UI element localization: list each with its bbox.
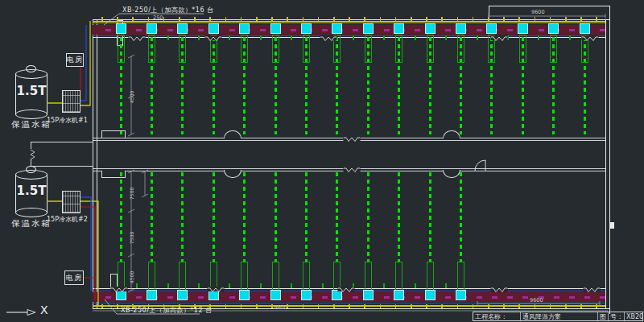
fan-coil-unit xyxy=(365,262,372,291)
fan-coil-unit xyxy=(395,35,402,63)
fan-coil-unit xyxy=(210,35,217,63)
air-outlet-box xyxy=(147,290,157,300)
air-outlet-box xyxy=(270,23,281,34)
fan-coil-unit xyxy=(427,35,434,63)
fan-coil-unit xyxy=(148,262,155,291)
air-outlet-box xyxy=(332,23,342,34)
titleblock-sheet-label: 图 xyxy=(597,312,608,320)
dim-bottom-center: 9600 xyxy=(274,304,287,311)
chiller2 xyxy=(62,191,80,213)
duct-dashed-line xyxy=(336,172,338,262)
fan-coil-unit xyxy=(550,35,557,63)
fan-coil-unit xyxy=(488,35,495,63)
air-outlet-box xyxy=(548,23,559,34)
air-outlet-box xyxy=(239,23,250,34)
project-label-colon: ： xyxy=(501,312,507,320)
chiller1 xyxy=(62,90,80,113)
fan-duct-columns xyxy=(0,0,644,322)
sheet-value-text: XB200.50 xyxy=(626,313,642,320)
fan-coil-unit xyxy=(179,262,186,291)
fan-coil-unit xyxy=(179,35,186,63)
power-room-2: 电房 xyxy=(64,270,84,285)
duct-dashed-line xyxy=(398,172,400,262)
tank2-bottom-ellipse xyxy=(15,208,47,217)
fan-coil-unit xyxy=(395,262,402,291)
duct-dashed-line xyxy=(429,172,431,262)
air-outlet-box xyxy=(332,290,342,300)
vdim-top: 4500 xyxy=(129,91,134,103)
air-outlet-box xyxy=(177,23,188,34)
dim-leader-size: 250 xyxy=(153,14,163,21)
fan-coil-unit xyxy=(457,262,464,291)
air-outlet-box xyxy=(363,290,374,300)
air-outlet-box xyxy=(239,290,250,300)
air-outlet-box xyxy=(116,23,126,34)
air-outlet-box xyxy=(425,23,436,34)
air-outlet-box xyxy=(425,290,436,300)
fan-coil-unit xyxy=(333,262,341,291)
duct-dashed-line xyxy=(367,172,369,262)
air-outlet-box xyxy=(301,23,312,34)
titleblock-sheet-value: XB200.50 xyxy=(624,312,642,320)
fan-coil-unit xyxy=(457,35,464,63)
fan-coil-unit xyxy=(241,35,248,63)
duct-dashed-line xyxy=(120,172,122,262)
bottom-row-label: XB-250/上（加高款）*12 台 xyxy=(121,306,213,315)
air-outlet-box xyxy=(270,290,281,300)
air-outlet-box xyxy=(456,23,466,34)
duct-dashed-line xyxy=(243,172,246,262)
sheet-label-text: 图 xyxy=(600,312,606,320)
x-axis-label: X xyxy=(40,303,48,316)
tank2-name: 保温水箱 xyxy=(11,218,52,229)
fan-coil-unit xyxy=(581,35,588,63)
title-block: 工程名称： 通风降温方案 图 号： XB200.50 xyxy=(473,312,643,321)
air-outlet-box xyxy=(301,290,312,300)
air-outlet-box xyxy=(518,23,528,34)
fan-coil-unit xyxy=(148,35,155,63)
power-room-1-label: 电房 xyxy=(67,55,83,65)
sheet-no-label-text: 号： xyxy=(610,312,623,320)
dim-top-right: 9600 xyxy=(531,9,545,15)
air-outlet-box xyxy=(580,23,590,34)
vdim-bottom-2: 7500 xyxy=(129,232,134,244)
duct-dashed-line xyxy=(213,172,215,262)
power-room-2-label: 电房 xyxy=(66,273,82,283)
fan-coil-unit xyxy=(118,35,125,63)
air-outlet-box xyxy=(208,290,219,300)
fan-coil-unit xyxy=(303,35,310,63)
fan-coil-unit xyxy=(365,35,372,63)
chiller1-label: 15P冷水机#1 xyxy=(47,116,88,125)
fan-coil-unit xyxy=(118,262,125,291)
fan-coil-unit xyxy=(519,35,526,63)
duct-dashed-line xyxy=(275,172,277,262)
fan-coil-unit xyxy=(272,35,279,63)
air-outlet-box xyxy=(456,290,466,300)
tank1-name: 保温水箱 xyxy=(11,119,52,130)
fan-coil-unit xyxy=(303,262,310,291)
chiller2-label: 15P冷水机#2 xyxy=(47,215,88,224)
air-outlet-box xyxy=(116,290,126,300)
project-name-text: 通风降温方案 xyxy=(522,312,561,320)
titleblock-project-name: 通风降温方案 xyxy=(520,312,597,320)
duct-dashed-line xyxy=(460,172,462,262)
titleblock-project-label: 工程名称： xyxy=(473,312,520,320)
cad-canvas[interactable]: 1.5T 保温水箱 15P冷水机#1 电房 1.5T 保温水箱 15P冷水机#2… xyxy=(0,0,644,322)
vdim-bottom-3: 4500 xyxy=(129,271,134,283)
titleblock-sheet-no-label: 号： xyxy=(608,312,624,320)
tank1-capacity: 1.5T xyxy=(16,84,47,98)
air-outlet-box xyxy=(177,290,188,300)
fan-coil-unit xyxy=(272,262,279,291)
project-label-text: 工程名称 xyxy=(475,312,501,320)
fan-coil-unit xyxy=(210,262,217,291)
fan-coil-unit xyxy=(241,262,248,291)
duct-dashed-line xyxy=(181,172,184,262)
air-outlet-box xyxy=(208,23,219,34)
air-outlet-box xyxy=(147,23,157,34)
tank1-bottom-ellipse xyxy=(15,109,47,119)
vdim-bottom-1: 7500 xyxy=(129,188,134,200)
power-room-1: 电房 xyxy=(66,53,84,67)
fan-coil-unit xyxy=(333,35,341,63)
air-outlet-box xyxy=(486,23,497,34)
air-outlet-box xyxy=(394,290,404,300)
dim-titleblock: 9600 xyxy=(530,297,543,303)
